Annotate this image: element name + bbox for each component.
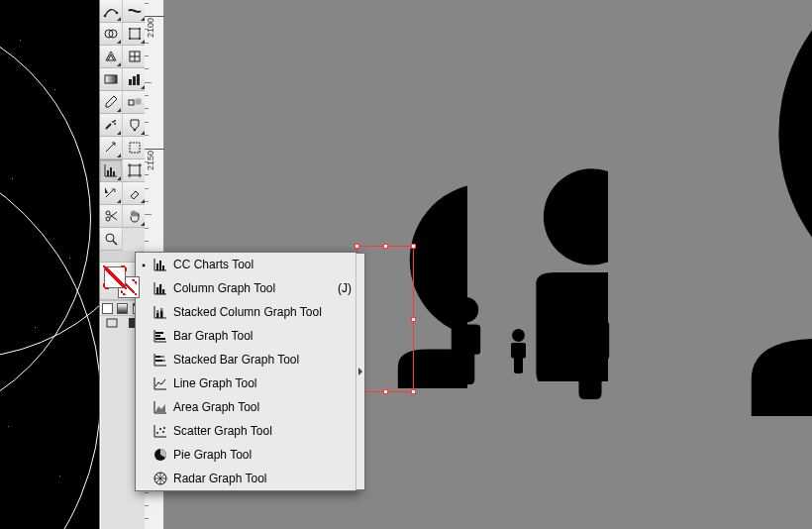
svg-point-19 bbox=[133, 129, 136, 132]
graph-tool-icon bbox=[152, 471, 169, 486]
graph-tool-icon bbox=[152, 399, 169, 415]
flyout-item-label: Scatter Graph Tool bbox=[173, 424, 344, 438]
svg-point-5 bbox=[129, 28, 131, 30]
svg-rect-39 bbox=[160, 311, 163, 318]
svg-rect-35 bbox=[159, 284, 161, 294]
star-dot bbox=[8, 426, 9, 427]
active-bullet-icon: ▪ bbox=[140, 260, 148, 270]
tool-graph[interactable] bbox=[100, 159, 123, 182]
selection-handle[interactable] bbox=[411, 389, 416, 394]
canvas-shape-person[interactable] bbox=[442, 297, 511, 422]
svg-rect-41 bbox=[155, 332, 163, 334]
tool-width[interactable] bbox=[123, 0, 146, 23]
canvas-shape-person[interactable] bbox=[506, 329, 556, 418]
graph-tool-icon bbox=[152, 280, 169, 296]
tool-eyedropper[interactable] bbox=[100, 91, 123, 114]
selection-handle[interactable] bbox=[355, 244, 359, 249]
star-dot bbox=[12, 178, 13, 179]
tool-gradient[interactable] bbox=[100, 68, 123, 91]
flyout-tearoff-handle[interactable] bbox=[355, 253, 365, 490]
star-dot bbox=[69, 258, 70, 259]
svg-rect-10 bbox=[105, 75, 117, 83]
svg-rect-21 bbox=[107, 170, 109, 176]
graph-tool-icon bbox=[152, 304, 169, 320]
tool-shape-builder[interactable] bbox=[100, 23, 123, 46]
tool-curvature[interactable] bbox=[100, 0, 123, 23]
svg-rect-44 bbox=[155, 356, 160, 358]
svg-rect-43 bbox=[155, 338, 165, 340]
tool-grid bbox=[100, 0, 146, 251]
tool-zoom[interactable] bbox=[100, 228, 123, 251]
svg-rect-40 bbox=[160, 308, 163, 311]
ruler-label: 2150 bbox=[147, 151, 155, 170]
color-mode-gradient[interactable] bbox=[115, 300, 130, 315]
flyout-item-shortcut: (J) bbox=[330, 281, 352, 295]
canvas-shape-person[interactable] bbox=[615, 0, 812, 416]
flyout-item-label: Bar Graph Tool bbox=[173, 329, 344, 343]
svg-rect-46 bbox=[155, 360, 162, 362]
flyout-item[interactable]: Stacked Column Graph Tool bbox=[136, 300, 357, 324]
svg-rect-4 bbox=[130, 29, 140, 39]
svg-rect-22 bbox=[110, 167, 112, 176]
selection-handle[interactable] bbox=[383, 389, 388, 394]
tool-mesh[interactable] bbox=[123, 46, 146, 68]
svg-point-16 bbox=[112, 121, 114, 123]
flyout-item-label: Pie Graph Tool bbox=[173, 448, 344, 462]
tool-blank bbox=[123, 228, 146, 251]
svg-rect-24 bbox=[130, 165, 140, 175]
selection-handle[interactable] bbox=[383, 244, 388, 249]
svg-rect-12 bbox=[133, 76, 136, 85]
graph-tool-icon bbox=[152, 447, 169, 463]
tool-free-transform[interactable] bbox=[123, 23, 146, 46]
flyout-item[interactable]: Pie Graph Tool bbox=[136, 443, 357, 467]
tool-scissors[interactable] bbox=[100, 205, 123, 228]
tool-eraser[interactable] bbox=[123, 182, 146, 205]
selection-handle[interactable] bbox=[411, 317, 416, 322]
canvas-shape-person[interactable] bbox=[558, 285, 638, 428]
selection-handle[interactable] bbox=[411, 244, 416, 249]
svg-rect-11 bbox=[129, 79, 132, 85]
flyout-item[interactable]: Line Graph Tool bbox=[136, 371, 357, 395]
tool-slice[interactable] bbox=[100, 137, 123, 159]
tool-artboard[interactable] bbox=[123, 159, 146, 182]
svg-rect-15 bbox=[136, 99, 141, 104]
app-root: 2100215022002250 bbox=[0, 0, 812, 529]
svg-rect-20 bbox=[130, 143, 140, 153]
color-mode-solid[interactable] bbox=[100, 300, 115, 315]
flyout-item[interactable]: Radar Graph Tool bbox=[136, 467, 357, 490]
star-dot bbox=[35, 327, 36, 328]
svg-point-50 bbox=[162, 431, 164, 433]
svg-rect-14 bbox=[129, 100, 134, 105]
tool-perspective[interactable] bbox=[100, 46, 123, 68]
flyout-item[interactable]: Bar Graph Tool bbox=[136, 324, 357, 348]
svg-point-48 bbox=[156, 432, 158, 434]
svg-rect-33 bbox=[162, 265, 164, 270]
flyout-item[interactable]: Column Graph Tool(J) bbox=[136, 276, 357, 300]
tool-hand[interactable] bbox=[123, 205, 146, 228]
tool-live-paint[interactable] bbox=[123, 114, 146, 137]
svg-rect-31 bbox=[156, 264, 158, 270]
svg-rect-34 bbox=[156, 287, 158, 294]
flyout-item-label: Stacked Column Graph Tool bbox=[173, 305, 344, 319]
svg-rect-38 bbox=[156, 310, 159, 313]
flyout-item[interactable]: Stacked Bar Graph Tool bbox=[136, 348, 357, 371]
ruler-label: 2100 bbox=[147, 18, 155, 38]
flyout-item[interactable]: Scatter Graph Tool bbox=[136, 419, 357, 443]
svg-point-51 bbox=[163, 427, 165, 429]
tool-column-overview[interactable] bbox=[123, 68, 146, 91]
flyout-item-label: Stacked Bar Graph Tool bbox=[173, 353, 344, 367]
tool-slice-select[interactable] bbox=[100, 182, 123, 205]
fill-swatch[interactable] bbox=[104, 266, 126, 288]
tool-live-paint-select[interactable] bbox=[123, 137, 146, 159]
flyout-item-label: Column Graph Tool bbox=[173, 281, 330, 295]
chevron-right-icon bbox=[358, 368, 362, 375]
svg-rect-13 bbox=[137, 74, 140, 85]
svg-rect-47 bbox=[162, 360, 165, 362]
tool-symbol-sprayer[interactable] bbox=[100, 114, 123, 137]
flyout-item[interactable]: Area Graph Tool bbox=[136, 395, 357, 419]
tool-blend[interactable] bbox=[123, 91, 146, 114]
screen-mode-normal[interactable] bbox=[100, 315, 123, 330]
flyout-item[interactable]: ▪CC Charts Tool bbox=[136, 253, 357, 276]
svg-rect-28 bbox=[107, 319, 117, 327]
svg-point-27 bbox=[106, 234, 114, 242]
